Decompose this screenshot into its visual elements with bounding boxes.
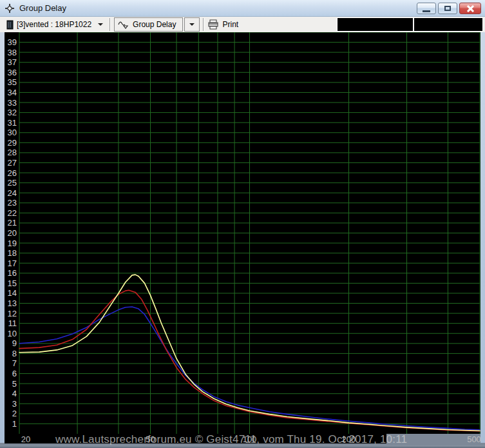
preset-dropdown-arrow-icon (98, 23, 103, 26)
y-tick-label: 37 (8, 57, 17, 67)
x-tick-label: 50 (146, 434, 155, 444)
title-bar[interactable]: Group Delay (0, 0, 485, 17)
y-tick-label: 27 (8, 158, 17, 168)
preset-dropdown[interactable]: [3]vented : 18HP1022 (4, 18, 106, 31)
y-tick-label: 3 (12, 399, 17, 409)
window-left-border (0, 32, 5, 443)
group-delay-window: Group Delay [3]vented : 18 (0, 0, 485, 448)
print-button[interactable]: Print (207, 18, 242, 31)
toolbar-separator (203, 18, 204, 31)
window-bottom-border (0, 445, 485, 448)
y-tick-label: 14 (8, 288, 17, 298)
x-tick-label: 20 (21, 434, 30, 444)
y-tick-label: 26 (8, 168, 17, 178)
y-tick-label: 36 (8, 68, 17, 77)
x-tick-label: 100 (243, 434, 257, 444)
x-tick-label: 200 (342, 434, 356, 444)
maximize-button[interactable] (438, 3, 457, 14)
blanked-panel-left (338, 18, 413, 31)
y-tick-label: 25 (8, 178, 17, 188)
y-tick-label: 18 (8, 248, 17, 258)
y-tick-label: 33 (8, 98, 17, 108)
toolbar: [3]vented : 18HP1022 Group Delay (0, 17, 485, 32)
y-tick-label: 1 (12, 419, 17, 429)
y-tick-label: 20 (8, 228, 17, 238)
speaker-preset-icon (6, 20, 14, 30)
y-tick-label: 30 (8, 128, 17, 137)
x-tick-label: 500 (467, 434, 481, 444)
y-tick-label: 39 (8, 37, 17, 47)
y-tick-label: 24 (8, 188, 17, 198)
printer-icon (207, 19, 219, 30)
y-tick-label: 13 (8, 298, 17, 308)
y-tick-label: 12 (8, 309, 17, 318)
close-button[interactable] (459, 3, 481, 14)
mode-dropdown-button[interactable] (184, 17, 200, 32)
window-title: Group Delay (19, 3, 66, 13)
y-tick-label: 11 (8, 318, 17, 328)
y-tick-label: 28 (8, 148, 17, 157)
y-tick-label: 22 (8, 208, 17, 218)
window-right-border (480, 32, 485, 443)
blanked-panel-right (414, 18, 482, 31)
y-tick-label: 16 (8, 268, 17, 278)
y-tick-label: 19 (8, 239, 17, 248)
preset-label: [3]vented : 18HP1022 (17, 20, 91, 29)
mode-dropdown-arrow-icon (189, 23, 195, 26)
y-tick-label: 4 (12, 389, 17, 398)
sine-wave-icon (118, 20, 129, 29)
y-tick-label: 29 (8, 138, 17, 148)
y-tick-label: 7 (12, 358, 17, 368)
y-tick-label: 34 (8, 88, 17, 97)
minimize-icon (423, 10, 430, 12)
group-delay-mode-button[interactable]: Group Delay (114, 17, 183, 32)
y-tick-label: 15 (8, 278, 17, 288)
group-delay-chart: 1234567891011121314151617181920212223242… (0, 32, 485, 434)
y-tick-label: 6 (12, 369, 17, 378)
print-button-label: Print (222, 20, 238, 29)
toolbar-readout-panels (337, 17, 483, 32)
toolbar-separator (109, 18, 111, 31)
y-tick-label: 35 (8, 77, 17, 87)
window-controls (417, 3, 481, 14)
y-tick-label: 32 (8, 108, 17, 117)
y-tick-label: 5 (12, 379, 17, 389)
y-tick-label: 9 (12, 338, 17, 348)
y-tick-label: 38 (8, 48, 17, 57)
maximize-icon (444, 6, 451, 11)
y-tick-label: 31 (8, 118, 17, 128)
y-tick-label: 23 (8, 198, 17, 208)
y-tick-label: 10 (8, 329, 17, 338)
y-tick-label: 21 (8, 218, 17, 228)
chart-area: 1234567891011121314151617181920212223242… (0, 32, 485, 448)
mode-button-label: Group Delay (133, 20, 176, 29)
window-crosshair-icon (5, 3, 15, 14)
y-tick-label: 8 (12, 349, 17, 358)
minimize-button[interactable] (417, 3, 436, 14)
y-tick-label: 17 (8, 258, 17, 268)
y-tick-label: 2 (12, 409, 17, 418)
